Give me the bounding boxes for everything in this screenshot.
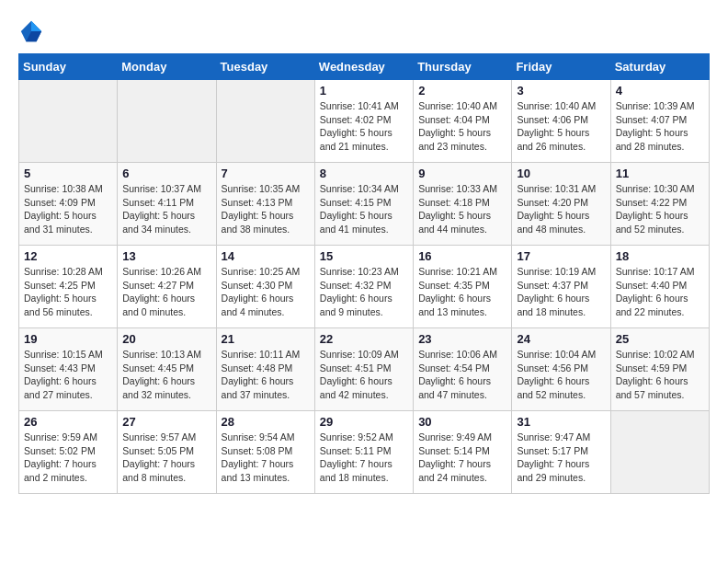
calendar-cell: 6Sunrise: 10:37 AM Sunset: 4:11 PM Dayli… bbox=[118, 163, 216, 246]
calendar-cell: 30Sunrise: 9:49 AM Sunset: 5:14 PM Dayli… bbox=[414, 411, 512, 494]
calendar-cell: 10Sunrise: 10:31 AM Sunset: 4:20 PM Dayl… bbox=[512, 163, 610, 246]
day-number: 22 bbox=[320, 332, 408, 346]
calendar-cell: 24Sunrise: 10:04 AM Sunset: 4:56 PM Dayl… bbox=[512, 328, 610, 411]
calendar-cell: 12Sunrise: 10:28 AM Sunset: 4:25 PM Dayl… bbox=[19, 246, 118, 328]
week-row-4: 19Sunrise: 10:15 AM Sunset: 4:43 PM Dayl… bbox=[19, 328, 710, 411]
day-info: Sunrise: 10:17 AM Sunset: 4:40 PM Daylig… bbox=[616, 265, 704, 319]
day-number: 18 bbox=[616, 249, 704, 263]
day-info: Sunrise: 10:06 AM Sunset: 4:54 PM Daylig… bbox=[418, 348, 506, 402]
day-info: Sunrise: 10:31 AM Sunset: 4:20 PM Daylig… bbox=[517, 182, 605, 236]
day-info: Sunrise: 10:28 AM Sunset: 4:25 PM Daylig… bbox=[24, 265, 112, 319]
calendar-cell: 4Sunrise: 10:39 AM Sunset: 4:07 PM Dayli… bbox=[610, 80, 709, 163]
day-info: Sunrise: 10:11 AM Sunset: 4:48 PM Daylig… bbox=[222, 348, 310, 402]
calendar-cell: 18Sunrise: 10:17 AM Sunset: 4:40 PM Dayl… bbox=[610, 246, 709, 328]
day-info: Sunrise: 10:04 AM Sunset: 4:56 PM Daylig… bbox=[517, 348, 605, 402]
day-info: Sunrise: 10:40 AM Sunset: 4:06 PM Daylig… bbox=[517, 99, 605, 154]
day-number: 12 bbox=[24, 249, 112, 263]
calendar-cell: 31Sunrise: 9:47 AM Sunset: 5:17 PM Dayli… bbox=[512, 411, 610, 494]
calendar-cell: 28Sunrise: 9:54 AM Sunset: 5:08 PM Dayli… bbox=[216, 411, 314, 494]
day-info: Sunrise: 10:26 AM Sunset: 4:27 PM Daylig… bbox=[122, 265, 210, 319]
day-number: 21 bbox=[222, 332, 310, 346]
day-info: Sunrise: 10:33 AM Sunset: 4:18 PM Daylig… bbox=[418, 182, 506, 236]
day-number: 8 bbox=[320, 167, 408, 180]
calendar-cell: 26Sunrise: 9:59 AM Sunset: 5:02 PM Dayli… bbox=[19, 411, 118, 494]
day-info: Sunrise: 10:15 AM Sunset: 4:43 PM Daylig… bbox=[24, 348, 112, 402]
calendar-cell: 9Sunrise: 10:33 AM Sunset: 4:18 PM Dayli… bbox=[414, 163, 512, 246]
day-info: Sunrise: 10:25 AM Sunset: 4:30 PM Daylig… bbox=[222, 265, 310, 319]
day-number: 16 bbox=[418, 249, 506, 263]
calendar-cell: 13Sunrise: 10:26 AM Sunset: 4:27 PM Dayl… bbox=[118, 246, 216, 328]
day-number: 20 bbox=[122, 332, 210, 346]
svg-marker-1 bbox=[31, 21, 41, 31]
calendar-cell: 3Sunrise: 10:40 AM Sunset: 4:06 PM Dayli… bbox=[512, 80, 610, 163]
calendar-cell: 17Sunrise: 10:19 AM Sunset: 4:37 PM Dayl… bbox=[512, 246, 610, 328]
weekday-header-wednesday: Wednesday bbox=[314, 54, 413, 80]
logo bbox=[18, 18, 48, 44]
week-row-3: 12Sunrise: 10:28 AM Sunset: 4:25 PM Dayl… bbox=[19, 246, 710, 328]
calendar-cell: 2Sunrise: 10:40 AM Sunset: 4:04 PM Dayli… bbox=[414, 80, 512, 163]
day-info: Sunrise: 10:35 AM Sunset: 4:13 PM Daylig… bbox=[222, 182, 310, 236]
day-info: Sunrise: 10:40 AM Sunset: 4:04 PM Daylig… bbox=[418, 99, 506, 154]
day-info: Sunrise: 10:13 AM Sunset: 4:45 PM Daylig… bbox=[122, 348, 210, 402]
weekday-header-sunday: Sunday bbox=[19, 54, 118, 80]
weekday-header-saturday: Saturday bbox=[610, 54, 709, 80]
calendar-cell bbox=[118, 80, 216, 163]
day-number: 11 bbox=[616, 167, 704, 180]
day-number: 1 bbox=[320, 84, 408, 98]
week-row-2: 5Sunrise: 10:38 AM Sunset: 4:09 PM Dayli… bbox=[19, 163, 710, 246]
day-info: Sunrise: 9:54 AM Sunset: 5:08 PM Dayligh… bbox=[222, 431, 310, 485]
day-info: Sunrise: 10:09 AM Sunset: 4:51 PM Daylig… bbox=[320, 348, 408, 402]
calendar-cell: 7Sunrise: 10:35 AM Sunset: 4:13 PM Dayli… bbox=[216, 163, 314, 246]
calendar-table: SundayMondayTuesdayWednesdayThursdayFrid… bbox=[18, 53, 710, 494]
day-info: Sunrise: 10:39 AM Sunset: 4:07 PM Daylig… bbox=[616, 99, 704, 154]
day-number: 13 bbox=[122, 249, 210, 263]
calendar-cell: 25Sunrise: 10:02 AM Sunset: 4:59 PM Dayl… bbox=[610, 328, 709, 411]
day-info: Sunrise: 9:57 AM Sunset: 5:05 PM Dayligh… bbox=[122, 431, 210, 485]
weekday-header-friday: Friday bbox=[512, 54, 610, 80]
calendar-cell: 16Sunrise: 10:21 AM Sunset: 4:35 PM Dayl… bbox=[414, 246, 512, 328]
day-number: 24 bbox=[517, 332, 605, 346]
calendar-header-row: SundayMondayTuesdayWednesdayThursdayFrid… bbox=[19, 54, 710, 80]
day-number: 29 bbox=[320, 415, 408, 429]
day-number: 26 bbox=[24, 415, 112, 429]
day-info: Sunrise: 9:47 AM Sunset: 5:17 PM Dayligh… bbox=[517, 431, 605, 485]
day-info: Sunrise: 10:37 AM Sunset: 4:11 PM Daylig… bbox=[122, 182, 210, 236]
calendar-cell: 27Sunrise: 9:57 AM Sunset: 5:05 PM Dayli… bbox=[118, 411, 216, 494]
day-number: 17 bbox=[517, 249, 605, 263]
day-number: 3 bbox=[517, 84, 605, 98]
day-info: Sunrise: 10:23 AM Sunset: 4:32 PM Daylig… bbox=[320, 265, 408, 319]
calendar-cell: 29Sunrise: 9:52 AM Sunset: 5:11 PM Dayli… bbox=[314, 411, 413, 494]
day-info: Sunrise: 9:49 AM Sunset: 5:14 PM Dayligh… bbox=[418, 431, 506, 485]
day-info: Sunrise: 10:34 AM Sunset: 4:15 PM Daylig… bbox=[320, 182, 408, 236]
day-number: 15 bbox=[320, 249, 408, 263]
day-number: 14 bbox=[222, 249, 310, 263]
day-number: 2 bbox=[418, 84, 506, 98]
day-number: 30 bbox=[418, 415, 506, 429]
day-info: Sunrise: 9:52 AM Sunset: 5:11 PM Dayligh… bbox=[320, 431, 408, 485]
calendar-cell: 19Sunrise: 10:15 AM Sunset: 4:43 PM Dayl… bbox=[19, 328, 118, 411]
day-number: 9 bbox=[418, 167, 506, 180]
calendar-cell: 5Sunrise: 10:38 AM Sunset: 4:09 PM Dayli… bbox=[19, 163, 118, 246]
day-info: Sunrise: 10:19 AM Sunset: 4:37 PM Daylig… bbox=[517, 265, 605, 319]
day-number: 31 bbox=[517, 415, 605, 429]
calendar-cell: 8Sunrise: 10:34 AM Sunset: 4:15 PM Dayli… bbox=[314, 163, 413, 246]
day-number: 4 bbox=[616, 84, 704, 98]
weekday-header-tuesday: Tuesday bbox=[216, 54, 314, 80]
day-info: Sunrise: 10:21 AM Sunset: 4:35 PM Daylig… bbox=[418, 265, 506, 319]
day-number: 7 bbox=[222, 167, 310, 180]
calendar-cell: 11Sunrise: 10:30 AM Sunset: 4:22 PM Dayl… bbox=[610, 163, 709, 246]
weekday-header-monday: Monday bbox=[118, 54, 216, 80]
calendar-cell: 21Sunrise: 10:11 AM Sunset: 4:48 PM Dayl… bbox=[216, 328, 314, 411]
day-number: 23 bbox=[418, 332, 506, 346]
day-number: 19 bbox=[24, 332, 112, 346]
day-number: 10 bbox=[517, 167, 605, 180]
day-number: 5 bbox=[24, 167, 112, 180]
calendar-cell: 1Sunrise: 10:41 AM Sunset: 4:02 PM Dayli… bbox=[314, 80, 413, 163]
day-number: 25 bbox=[616, 332, 704, 346]
day-number: 28 bbox=[222, 415, 310, 429]
calendar-cell: 23Sunrise: 10:06 AM Sunset: 4:54 PM Dayl… bbox=[414, 328, 512, 411]
weekday-header-thursday: Thursday bbox=[414, 54, 512, 80]
day-info: Sunrise: 10:41 AM Sunset: 4:02 PM Daylig… bbox=[320, 99, 408, 154]
page-header bbox=[18, 18, 710, 44]
week-row-5: 26Sunrise: 9:59 AM Sunset: 5:02 PM Dayli… bbox=[19, 411, 710, 494]
